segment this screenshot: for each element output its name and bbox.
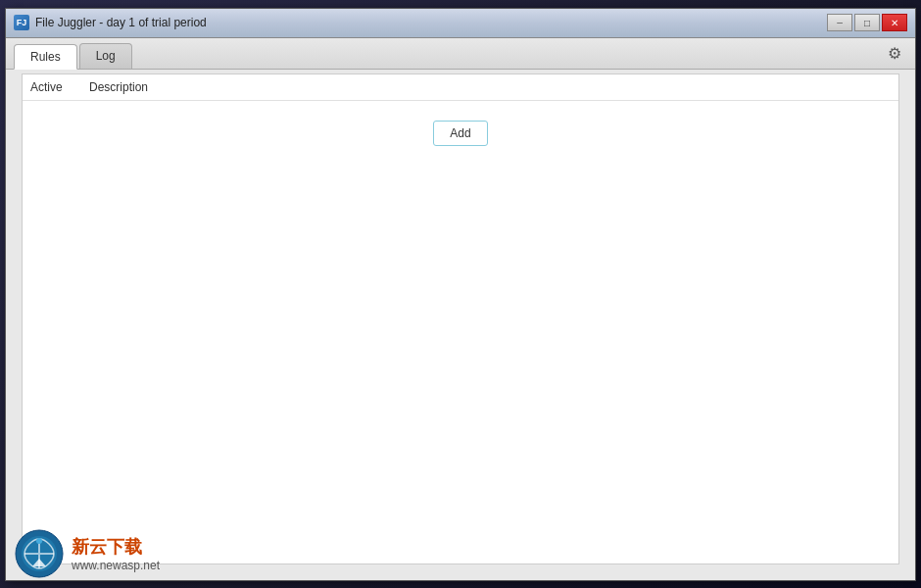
tab-bar: Rules Log ⚙ [6,38,915,70]
watermark-url: www.newasp.net [72,559,160,572]
watermark-logo [15,529,64,578]
tab-rules[interactable]: Rules [14,44,77,70]
content-wrapper: Active Description Add [6,70,915,580]
watermark-text: 新云下载 www.newasp.net [72,535,160,572]
watermark-title: 新云下载 [72,535,160,559]
rules-area: Add [23,101,898,564]
maximize-button[interactable] [854,14,880,31]
add-button[interactable]: Add [433,121,487,146]
column-headers: Active Description [23,74,898,101]
window-title: File Juggler - day 1 of trial period [35,16,207,29]
tab-bar-left: Rules Log [14,43,132,69]
column-header-description: Description [89,80,891,94]
title-bar-controls [827,14,907,31]
watermark: 新云下载 www.newasp.net [15,529,160,578]
minimize-button[interactable] [827,14,852,31]
app-icon: FJ [14,15,29,30]
close-button[interactable] [882,14,907,31]
title-bar: FJ File Juggler - day 1 of trial period [6,9,915,38]
svg-point-2 [36,538,42,544]
column-header-active: Active [30,80,89,94]
app-window: FJ File Juggler - day 1 of trial period … [5,8,916,581]
title-bar-left: FJ File Juggler - day 1 of trial period [14,15,207,30]
settings-button[interactable]: ⚙ [882,41,907,67]
tab-log[interactable]: Log [79,43,132,69]
main-content: Active Description Add [22,74,899,564]
gear-icon: ⚙ [888,44,901,63]
